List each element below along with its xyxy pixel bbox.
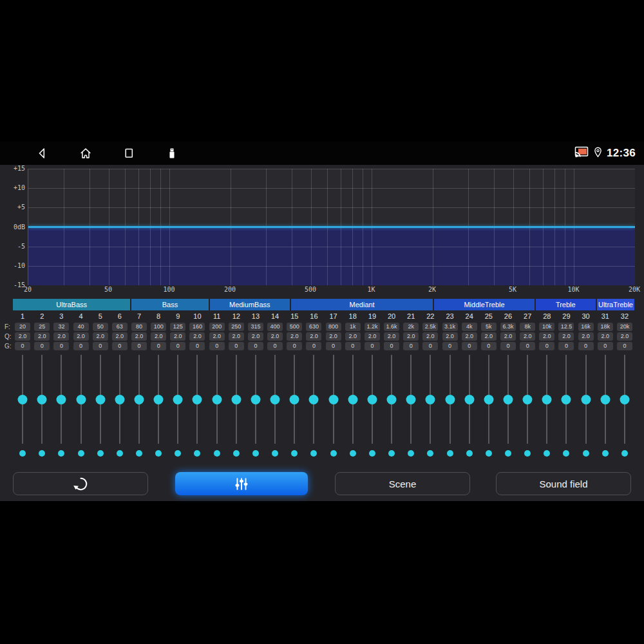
channel-dot[interactable] xyxy=(252,450,259,457)
slider-thumb[interactable] xyxy=(426,395,435,404)
freq-value-box[interactable]: 20 xyxy=(15,323,30,331)
slider-thumb[interactable] xyxy=(328,395,338,404)
slider-thumb[interactable] xyxy=(290,395,299,404)
gain-slider[interactable] xyxy=(149,355,168,444)
slider-thumb[interactable] xyxy=(523,395,533,404)
slider-thumb[interactable] xyxy=(484,395,493,404)
soundfield-button[interactable]: Sound field xyxy=(496,472,631,495)
freq-value-box[interactable]: 1k xyxy=(345,323,361,331)
freq-value-box[interactable]: 400 xyxy=(267,323,283,331)
slider-thumb[interactable] xyxy=(37,395,47,404)
gain-slider[interactable] xyxy=(324,355,343,444)
gain-slider[interactable] xyxy=(227,355,246,444)
q-value-box[interactable]: 2.0 xyxy=(617,332,632,341)
channel-dot[interactable] xyxy=(78,450,84,457)
gain-slider[interactable] xyxy=(265,355,285,444)
q-value-box[interactable]: 2.0 xyxy=(442,332,458,341)
gain-slider[interactable] xyxy=(576,355,596,444)
freq-value-box[interactable]: 25 xyxy=(34,323,50,331)
gain-value-box[interactable]: 0 xyxy=(189,342,205,350)
slider-thumb[interactable] xyxy=(387,395,397,404)
freq-value-box[interactable]: 800 xyxy=(326,323,341,331)
q-value-box[interactable]: 2.0 xyxy=(558,332,574,341)
slider-thumb[interactable] xyxy=(95,395,105,404)
freq-value-box[interactable]: 2.5k xyxy=(422,323,438,331)
q-value-box[interactable]: 2.0 xyxy=(112,332,128,341)
q-value-box[interactable]: 2.0 xyxy=(170,332,185,341)
channel-dot[interactable] xyxy=(447,450,453,457)
gain-slider[interactable] xyxy=(91,355,110,444)
channel-dot[interactable] xyxy=(194,450,200,457)
gain-slider[interactable] xyxy=(71,355,90,444)
gain-value-box[interactable]: 0 xyxy=(345,342,361,350)
gain-value-box[interactable]: 0 xyxy=(229,342,244,350)
gain-value-box[interactable]: 0 xyxy=(131,342,147,350)
gain-slider[interactable] xyxy=(32,355,52,444)
q-value-box[interactable]: 2.0 xyxy=(34,332,50,341)
freq-value-box[interactable]: 250 xyxy=(229,323,244,331)
channel-dot[interactable] xyxy=(19,450,26,457)
channel-dot[interactable] xyxy=(272,450,278,457)
recents-icon[interactable] xyxy=(122,146,136,160)
gain-value-box[interactable]: 0 xyxy=(500,342,516,350)
gain-slider[interactable] xyxy=(498,355,518,444)
gain-slider[interactable] xyxy=(460,355,479,444)
slider-thumb[interactable] xyxy=(76,395,86,404)
q-value-box[interactable]: 2.0 xyxy=(248,332,263,341)
channel-dot[interactable] xyxy=(175,450,181,457)
gain-slider[interactable] xyxy=(13,355,32,444)
gain-value-box[interactable]: 0 xyxy=(558,342,574,350)
freq-value-box[interactable]: 18k xyxy=(598,323,613,331)
gain-value-box[interactable]: 0 xyxy=(287,342,302,350)
freq-value-box[interactable]: 8k xyxy=(520,323,535,331)
gain-value-box[interactable]: 0 xyxy=(209,342,225,350)
slider-thumb[interactable] xyxy=(542,395,552,404)
q-value-box[interactable]: 2.0 xyxy=(384,332,399,341)
gain-slider[interactable] xyxy=(615,355,634,444)
gain-slider[interactable] xyxy=(187,355,207,444)
channel-dot[interactable] xyxy=(58,450,64,457)
q-value-box[interactable]: 2.0 xyxy=(189,332,205,341)
slider-thumb[interactable] xyxy=(251,395,260,404)
slider-thumb[interactable] xyxy=(367,395,377,404)
gain-value-box[interactable]: 0 xyxy=(73,342,89,350)
channel-dot[interactable] xyxy=(486,450,492,457)
gain-value-box[interactable]: 0 xyxy=(151,342,166,350)
freq-value-box[interactable]: 4k xyxy=(462,323,477,331)
q-value-box[interactable]: 2.0 xyxy=(267,332,283,341)
slider-thumb[interactable] xyxy=(309,395,319,404)
slider-thumb[interactable] xyxy=(581,395,591,404)
q-value-box[interactable]: 2.0 xyxy=(403,332,419,341)
q-value-box[interactable]: 2.0 xyxy=(151,332,166,341)
freq-value-box[interactable]: 20k xyxy=(617,323,632,331)
freq-value-box[interactable]: 200 xyxy=(209,323,225,331)
q-value-box[interactable]: 2.0 xyxy=(93,332,108,341)
gain-value-box[interactable]: 0 xyxy=(481,342,497,350)
gain-value-box[interactable]: 0 xyxy=(365,342,380,350)
q-value-box[interactable]: 2.0 xyxy=(422,332,438,341)
slider-thumb[interactable] xyxy=(231,395,241,404)
slider-thumb[interactable] xyxy=(173,395,183,404)
channel-dot[interactable] xyxy=(563,450,569,457)
q-value-box[interactable]: 2.0 xyxy=(209,332,225,341)
freq-value-box[interactable]: 315 xyxy=(248,323,263,331)
channel-dot[interactable] xyxy=(466,450,473,457)
channel-dot[interactable] xyxy=(214,450,220,457)
gain-value-box[interactable]: 0 xyxy=(403,342,419,350)
slider-thumb[interactable] xyxy=(406,395,416,404)
gain-slider[interactable] xyxy=(440,355,459,444)
gain-value-box[interactable]: 0 xyxy=(539,342,554,350)
q-value-box[interactable]: 2.0 xyxy=(306,332,321,341)
slider-thumb[interactable] xyxy=(348,395,357,404)
q-value-box[interactable]: 2.0 xyxy=(326,332,341,341)
gain-value-box[interactable]: 0 xyxy=(248,342,263,350)
gain-slider[interactable] xyxy=(421,355,440,444)
freq-value-box[interactable]: 500 xyxy=(287,323,302,331)
gain-value-box[interactable]: 0 xyxy=(462,342,477,350)
q-value-box[interactable]: 2.0 xyxy=(345,332,361,341)
freq-value-box[interactable]: 3.1k xyxy=(442,323,458,331)
gain-slider[interactable] xyxy=(207,355,227,444)
slider-thumb[interactable] xyxy=(600,395,610,404)
freq-value-box[interactable]: 40 xyxy=(73,323,89,331)
channel-dot[interactable] xyxy=(505,450,511,457)
